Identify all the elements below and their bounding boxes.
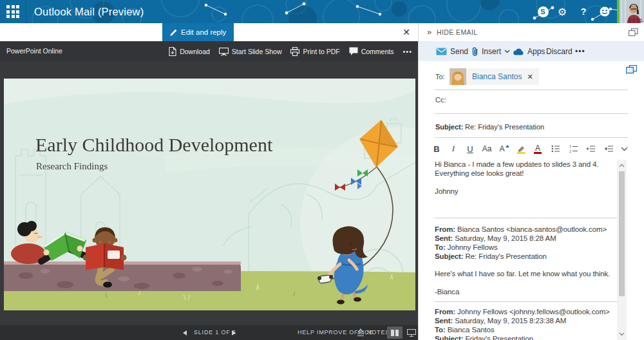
apps-button[interactable]: Apps — [513, 41, 545, 61]
to-field-underline — [435, 90, 628, 90]
notes-icon — [355, 326, 366, 339]
printer-icon — [290, 47, 299, 56]
quoted-header-line: Subject:Re: Friday's Presentation — [435, 252, 618, 261]
open-in-new-window-icon[interactable] — [629, 28, 638, 37]
powerpoint-more-button[interactable]: ••• — [402, 48, 412, 55]
reading-view-button[interactable] — [387, 326, 402, 339]
subject-field-label: Subject: — [435, 123, 463, 131]
compose-header: » HIDE EMAIL — [419, 23, 644, 41]
feedback-smiley-icon[interactable] — [596, 0, 613, 23]
recipient-chip[interactable]: Bianca Santos ✕ — [450, 68, 539, 85]
increase-indent-icon — [586, 145, 596, 153]
increase-indent-button[interactable] — [583, 140, 598, 158]
more-formatting-chevron-icon — [621, 147, 628, 151]
attachment-preview-pane: Edit and reply ✕ PowerPoint Online Downl… — [0, 23, 418, 340]
print-to-pdf-button[interactable]: Print to PDF — [290, 47, 339, 56]
app-launcher-icon[interactable] — [6, 5, 19, 18]
powerpoint-status-bar: SLIDE 1 OF 5 HELP IMPROVE OFFICE NOTES — [0, 325, 418, 340]
remove-recipient-icon[interactable]: ✕ — [527, 73, 533, 81]
quote-divider — [435, 301, 618, 302]
quoted-header-line: To:Bianca Santos — [435, 325, 618, 334]
skype-icon[interactable]: S — [535, 0, 551, 23]
scrollbar-thumb[interactable] — [619, 171, 625, 296]
cc-field-underline — [435, 113, 628, 114]
highlight-button[interactable] — [514, 140, 528, 158]
collapse-chevrons-icon[interactable]: » — [427, 23, 431, 41]
cc-field-label: Cc: — [435, 96, 446, 104]
numbered-list-button[interactable]: 12 — [567, 140, 581, 158]
quoted-header-line: Sent:Saturday, May 9, 2015 8:28 AM — [435, 234, 618, 243]
slideshow-view-icon — [407, 329, 416, 337]
paperclip-icon — [471, 46, 478, 57]
start-slideshow-button[interactable]: Start Slide Show — [219, 47, 282, 56]
comment-icon — [349, 47, 358, 56]
font-color-icon: A — [534, 144, 542, 154]
popout-compose-icon[interactable] — [626, 65, 637, 74]
bullet-list-button[interactable] — [549, 140, 563, 158]
slideshow-view-button[interactable] — [405, 326, 418, 339]
underline-button[interactable]: U — [463, 140, 477, 158]
body-scrollbar[interactable] — [617, 160, 627, 340]
slide-counter: SLIDE 1 OF 5 — [194, 325, 236, 340]
close-preview-button[interactable]: ✕ — [399, 26, 413, 39]
powerpoint-toolbar: PowerPoint Online Download Start Slid — [0, 41, 418, 61]
topbar-divider — [26, 0, 26, 23]
outlook-mail-app: Outlook Mail (Preview) S ⚙ ? — [0, 0, 644, 340]
recipient-name: Bianca Santos — [472, 72, 522, 81]
user-avatar[interactable] — [620, 0, 644, 23]
download-button[interactable]: Download — [169, 47, 210, 56]
send-button[interactable]: Send — [436, 41, 468, 61]
user-avatar-image — [620, 0, 644, 23]
to-field-label: To: — [435, 73, 445, 80]
italic-button[interactable]: I — [446, 140, 460, 158]
font-size-button[interactable]: A — [497, 140, 511, 158]
next-slide-button[interactable] — [232, 330, 236, 335]
previous-slide-button[interactable] — [183, 330, 187, 335]
decrease-indent-icon — [604, 145, 614, 153]
svg-text:2: 2 — [569, 149, 571, 153]
app-title: Outlook Mail (Preview) — [34, 0, 144, 23]
quoted-message: Here's what I have so far. Let me know w… — [435, 269, 618, 278]
font-color-button[interactable]: A — [531, 140, 545, 158]
comments-button[interactable]: Comments — [349, 47, 394, 56]
numbered-list-icon: 12 — [569, 145, 578, 153]
edit-and-reply-button[interactable]: Edit and reply — [162, 23, 234, 41]
edit-and-reply-label: Edit and reply — [181, 28, 226, 36]
quoted-header-line: To:Johnny Fellows — [435, 243, 618, 252]
insert-button[interactable]: Insert — [471, 41, 510, 61]
discard-button[interactable]: Discard — [546, 41, 573, 61]
settings-gear-icon[interactable]: ⚙ — [554, 0, 571, 23]
scroll-down-icon[interactable] — [617, 330, 627, 339]
quoted-signature: -Bianca — [435, 287, 618, 296]
apps-cloud-icon — [513, 48, 524, 55]
slide-illustration — [4, 79, 415, 310]
body-signature: Johnny — [435, 187, 618, 196]
slide-title: Early Childhood Development — [35, 134, 272, 156]
slide-canvas[interactable]: Early Childhood Development Research Fin… — [4, 79, 415, 310]
help-icon[interactable]: ? — [575, 0, 592, 23]
cc-field-input[interactable] — [450, 93, 611, 108]
formatting-toolbar: B I U Aa A A — [419, 140, 644, 158]
bullet-list-icon — [551, 145, 560, 153]
bold-button[interactable]: B — [430, 140, 444, 158]
more-formatting-button[interactable] — [617, 140, 631, 158]
quoted-header-line: Sent:Saturday, May 9, 2015 8:23:38 AM — [435, 316, 618, 325]
powerpoint-actions: Download Start Slide Show Print to — [169, 41, 412, 61]
font-name-button[interactable]: Aa — [480, 140, 494, 158]
slide-stage: Early Childhood Development Research Fin… — [0, 61, 418, 325]
send-envelope-icon — [436, 48, 447, 55]
message-body-editor[interactable]: Hi Bianca - I made a few updates to slid… — [435, 160, 618, 340]
pencil-icon — [170, 29, 177, 36]
compose-more-button[interactable]: ••• — [575, 41, 585, 61]
subject-field-value[interactable]: Re: Friday's Presentation — [465, 123, 544, 131]
notes-button[interactable]: NOTES — [367, 325, 390, 340]
hide-email-button[interactable]: HIDE EMAIL — [437, 23, 478, 41]
slide-subtitle: Research Findings — [36, 161, 108, 172]
decrease-indent-button[interactable] — [601, 140, 616, 158]
powerpoint-online-label: PowerPoint Online — [6, 41, 62, 61]
insert-dropdown-chevron-icon — [504, 50, 510, 53]
slideshow-icon — [219, 47, 229, 56]
scroll-up-icon[interactable] — [617, 161, 627, 170]
email-compose-pane: » HIDE EMAIL Send Insert — [418, 23, 644, 340]
highlighter-icon — [516, 144, 526, 154]
